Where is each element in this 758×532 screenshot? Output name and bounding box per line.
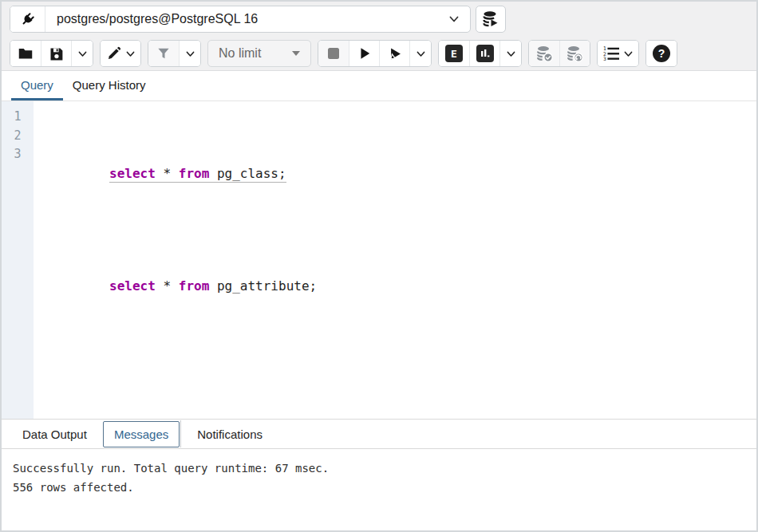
connection-status-button[interactable] bbox=[10, 6, 45, 32]
filter-menu-button[interactable] bbox=[179, 41, 200, 66]
sql-keyword: select bbox=[109, 278, 156, 294]
chevron-down-icon bbox=[448, 13, 460, 26]
query-tool-window: postgres/postgres@PostgreSQL 16 bbox=[0, 0, 758, 532]
explain-analyze-button[interactable] bbox=[469, 41, 499, 66]
tab-messages[interactable]: Messages bbox=[103, 421, 180, 447]
message-runtime: Successfully run. Total query runtime: 6… bbox=[13, 459, 745, 478]
help-button-group: ? bbox=[645, 40, 677, 67]
file-button-group bbox=[10, 40, 93, 67]
chevron-down-icon bbox=[416, 49, 426, 59]
output-tab-bar: Data Output Messages Notifications bbox=[2, 419, 756, 449]
chevron-down-icon bbox=[185, 49, 195, 59]
messages-panel: Successfully run. Total query runtime: 6… bbox=[2, 449, 756, 530]
select-arrow-icon bbox=[292, 51, 300, 56]
code-line-2 bbox=[48, 202, 756, 221]
tab-messages-label: Messages bbox=[114, 428, 168, 441]
plug-icon bbox=[18, 10, 38, 29]
explain-e-icon: E bbox=[445, 45, 463, 62]
sql-keyword: from bbox=[179, 166, 210, 181]
query-toolbar: No limit bbox=[2, 37, 756, 71]
save-menu-button[interactable] bbox=[71, 41, 93, 66]
line-number: 1 bbox=[2, 108, 34, 127]
editor-tab-bar: Query Query History bbox=[2, 71, 756, 101]
tab-data-output-label: Data Output bbox=[22, 428, 87, 441]
sql-text: * bbox=[156, 166, 179, 181]
chevron-down-icon bbox=[77, 49, 88, 59]
rollback-button[interactable] bbox=[559, 41, 590, 66]
database-commit-icon bbox=[535, 45, 554, 63]
database-rollback-icon bbox=[566, 45, 584, 63]
line-number: 3 bbox=[2, 145, 34, 164]
save-floppy-icon bbox=[48, 45, 65, 62]
save-button[interactable] bbox=[41, 41, 71, 66]
edit-menu-button[interactable] bbox=[101, 41, 140, 66]
sql-editor[interactable]: 1 2 3 select * from pg_class; select * f… bbox=[2, 101, 756, 419]
macro-menu-button[interactable]: 1 2 3 bbox=[598, 41, 638, 66]
code-area[interactable]: select * from pg_class; select * from pg… bbox=[34, 101, 756, 419]
explain-button-group: E bbox=[438, 40, 522, 67]
execute-menu-button[interactable] bbox=[409, 41, 431, 66]
stop-button[interactable] bbox=[318, 41, 349, 66]
explain-menu-button[interactable] bbox=[499, 41, 521, 66]
tab-query-history-label: Query History bbox=[73, 78, 146, 92]
edit-pencil-icon bbox=[106, 45, 122, 61]
new-connection-button[interactable] bbox=[476, 6, 506, 33]
execute-button[interactable] bbox=[349, 41, 379, 66]
sql-text: pg_attribute; bbox=[209, 278, 317, 294]
macro-button-group: 1 2 3 bbox=[597, 40, 639, 67]
line-number-gutter: 1 2 3 bbox=[2, 101, 34, 419]
chevron-down-icon bbox=[623, 49, 634, 59]
sql-keyword: from bbox=[179, 278, 210, 294]
row-limit-value: No limit bbox=[219, 46, 261, 61]
numbered-list-icon: 1 2 3 bbox=[602, 45, 620, 61]
sql-keyword: select bbox=[109, 166, 156, 181]
open-file-button[interactable] bbox=[10, 41, 41, 66]
tab-query-label: Query bbox=[21, 78, 53, 92]
message-rows-affected: 556 rows affected. bbox=[13, 478, 745, 497]
bar-chart-icon bbox=[476, 45, 494, 62]
filter-button[interactable] bbox=[148, 41, 179, 66]
edit-button-group bbox=[100, 40, 141, 67]
code-line-1: select * from pg_class; bbox=[48, 145, 756, 164]
connection-value: postgres/postgres@PostgreSQL 16 bbox=[57, 12, 448, 26]
tab-query[interactable]: Query bbox=[11, 71, 63, 100]
stop-square-icon bbox=[326, 46, 341, 61]
connection-group: postgres/postgres@PostgreSQL 16 bbox=[10, 6, 471, 33]
filter-button-group bbox=[148, 40, 201, 67]
connection-selector[interactable]: postgres/postgres@PostgreSQL 16 bbox=[45, 6, 470, 32]
chevron-down-icon bbox=[125, 49, 136, 59]
tab-notifications[interactable]: Notifications bbox=[188, 421, 272, 447]
play-from-cursor-icon bbox=[386, 45, 403, 62]
commit-button[interactable] bbox=[529, 41, 559, 66]
execute-button-group bbox=[318, 40, 432, 67]
executed-statement: select * from pg_class; bbox=[109, 165, 286, 183]
database-arrow-icon bbox=[482, 10, 499, 28]
chevron-down-icon bbox=[506, 49, 516, 59]
line-number: 2 bbox=[2, 127, 34, 146]
sql-text: pg_class; bbox=[209, 166, 286, 181]
open-file-folder-icon bbox=[17, 45, 34, 62]
filter-funnel-icon bbox=[156, 45, 172, 61]
tab-divider bbox=[180, 420, 181, 447]
play-icon bbox=[357, 45, 373, 61]
tab-notifications-label: Notifications bbox=[197, 428, 263, 441]
connection-bar: postgres/postgres@PostgreSQL 16 bbox=[2, 2, 756, 37]
explain-button[interactable]: E bbox=[439, 41, 469, 66]
svg-text:3: 3 bbox=[603, 56, 606, 61]
transaction-button-group bbox=[528, 40, 590, 67]
tab-data-output[interactable]: Data Output bbox=[13, 421, 97, 447]
code-line-3: select * from pg_attribute; bbox=[48, 258, 756, 277]
help-button[interactable]: ? bbox=[646, 41, 677, 66]
execute-from-cursor-button[interactable] bbox=[379, 41, 409, 66]
sql-text: * bbox=[156, 278, 179, 294]
question-mark-icon: ? bbox=[653, 45, 670, 62]
row-limit-select[interactable]: No limit bbox=[207, 40, 311, 67]
tab-query-history[interactable]: Query History bbox=[63, 71, 156, 100]
